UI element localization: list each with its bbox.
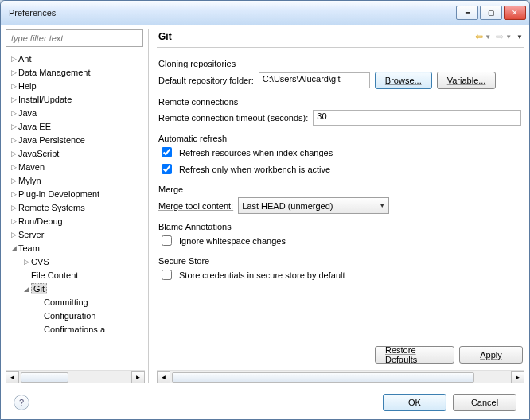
tree-expand-icon[interactable]: ▷ xyxy=(9,231,18,239)
refresh-workbench-checkbox[interactable]: Refresh only when workbench is active xyxy=(158,161,521,177)
tree-expand-icon[interactable]: ▷ xyxy=(9,55,18,63)
tree-item-label: Data Management xyxy=(18,68,91,77)
tree-item-label: Committing xyxy=(44,298,88,307)
page-footer: Restore Defaults Apply xyxy=(157,343,524,367)
tree-item-git[interactable]: ◢Git xyxy=(6,282,145,295)
tree-item-label: Install/Update xyxy=(18,95,72,104)
restore-defaults-button[interactable]: Restore Defaults xyxy=(375,346,454,364)
tree-hscroll[interactable]: ◄ ► xyxy=(6,370,145,383)
tree-item-maven[interactable]: ▷Maven xyxy=(6,160,145,173)
merge-content-label: Merge tool content: xyxy=(158,201,233,211)
tree-expand-icon[interactable]: ▷ xyxy=(9,122,18,130)
tree-item-plug-in-development[interactable]: ▷Plug-in Development xyxy=(6,187,145,200)
apply-button[interactable]: Apply xyxy=(459,346,523,364)
tree-item-help[interactable]: ▷Help xyxy=(6,79,145,92)
back-dropdown-icon[interactable]: ▼ xyxy=(485,33,491,41)
scroll-track[interactable] xyxy=(170,371,511,383)
tree-item-label: Java xyxy=(18,108,37,118)
tree-item-label: CVS xyxy=(31,257,49,266)
right-pane: Git ⇦ ▼ ⇨ ▼ ▼ Cloning repositories Defau… xyxy=(149,29,524,383)
tree-expand-icon[interactable]: ▷ xyxy=(9,109,18,117)
scroll-right-icon[interactable]: ► xyxy=(511,371,524,383)
scroll-left-icon[interactable]: ◄ xyxy=(157,371,170,383)
tree-expand-icon[interactable]: ▷ xyxy=(9,136,18,144)
tree-item-ant[interactable]: ▷Ant xyxy=(6,52,145,65)
tree-item-configuration[interactable]: Configuration xyxy=(6,309,145,322)
window-controls: ━ ▢ ✕ xyxy=(456,6,526,20)
tree-item-label: Run/Debug xyxy=(18,216,63,226)
help-icon[interactable]: ? xyxy=(14,395,29,410)
merge-heading: Merge xyxy=(158,185,521,194)
scroll-track[interactable] xyxy=(19,371,131,383)
tree-item-confirmations-a[interactable]: Confirmations a xyxy=(6,322,145,336)
tree-item-java[interactable]: ▷Java xyxy=(6,106,145,119)
ignore-whitespace-input[interactable] xyxy=(162,235,172,246)
tree-item-data-management[interactable]: ▷Data Management xyxy=(6,65,145,79)
filter-box[interactable] xyxy=(6,29,143,47)
bottom-bar: ? OK Cancel xyxy=(6,387,524,419)
forward-dropdown-icon[interactable]: ▼ xyxy=(505,33,512,41)
tree-expand-icon[interactable]: ▷ xyxy=(9,190,18,198)
tree-item-server[interactable]: ▷Server xyxy=(6,228,145,241)
settings-body: Cloning repositories Default repository … xyxy=(157,48,524,343)
tree-expand-icon[interactable]: ▷ xyxy=(9,217,18,225)
cancel-button[interactable]: Cancel xyxy=(453,394,516,411)
refresh-index-checkbox[interactable]: Refresh resources when index changes xyxy=(158,145,521,160)
tree-item-run-debug[interactable]: ▷Run/Debug xyxy=(6,214,145,228)
timeout-input[interactable]: 30 xyxy=(313,110,521,126)
tree-item-committing[interactable]: Committing xyxy=(6,295,145,309)
tree-expand-icon[interactable]: ▷ xyxy=(21,258,31,266)
preferences-tree[interactable]: ▷Ant▷Data Management▷Help▷Install/Update… xyxy=(6,52,145,370)
ignore-whitespace-checkbox[interactable]: Ignore whitespace changes xyxy=(158,233,521,248)
scroll-right-icon[interactable]: ► xyxy=(131,371,145,383)
tree-item-label: Mylyn xyxy=(18,176,41,185)
ok-button[interactable]: OK xyxy=(383,394,446,411)
tree-item-team[interactable]: ◢Team xyxy=(6,241,145,255)
minimize-button[interactable]: ━ xyxy=(456,6,478,20)
menu-dropdown-icon[interactable]: ▼ xyxy=(516,33,523,41)
tree-item-install-update[interactable]: ▷Install/Update xyxy=(6,92,145,106)
tree-expand-icon[interactable]: ▷ xyxy=(9,82,18,90)
browse-button[interactable]: Browse... xyxy=(375,72,432,89)
tree-expand-icon[interactable]: ▷ xyxy=(9,163,18,171)
tree-item-label: Java EE xyxy=(18,122,51,131)
scroll-thumb[interactable] xyxy=(172,372,474,383)
scroll-left-icon[interactable]: ◄ xyxy=(6,371,19,383)
tree-expand-icon[interactable]: ◢ xyxy=(9,244,18,252)
tree-expand-icon[interactable]: ▷ xyxy=(9,177,18,185)
tree-item-label: Ant xyxy=(18,54,32,64)
tree-item-cvs[interactable]: ▷CVS xyxy=(6,255,145,268)
filter-input[interactable] xyxy=(10,33,139,44)
refresh-index-input[interactable] xyxy=(162,147,172,158)
settings-hscroll[interactable]: ◄ ► xyxy=(157,370,524,383)
maximize-button[interactable]: ▢ xyxy=(480,6,502,20)
tree-item-javascript[interactable]: ▷JavaScript xyxy=(6,146,145,160)
store-credentials-input[interactable] xyxy=(162,270,172,280)
merge-content-select[interactable]: Last HEAD (unmerged) ▼ xyxy=(238,197,389,214)
tree-item-java-persistence[interactable]: ▷Java Persistence xyxy=(6,133,145,146)
tree-expand-icon[interactable]: ▷ xyxy=(9,68,18,76)
tree-expand-icon[interactable]: ◢ xyxy=(21,285,31,293)
tree-item-file-content[interactable]: File Content xyxy=(6,268,145,282)
titlebar[interactable]: Preferences ━ ▢ ✕ xyxy=(1,1,529,25)
tree-expand-icon[interactable]: ▷ xyxy=(9,204,18,212)
tree-item-remote-systems[interactable]: ▷Remote Systems xyxy=(6,200,145,214)
tree-expand-icon[interactable]: ▷ xyxy=(9,150,18,158)
tree-item-label: Remote Systems xyxy=(18,203,85,212)
store-credentials-checkbox[interactable]: Store credentials in secure store by def… xyxy=(158,267,521,282)
tree-item-java-ee[interactable]: ▷Java EE xyxy=(6,119,145,133)
tree-item-label: JavaScript xyxy=(18,149,59,158)
variable-button[interactable]: Variable... xyxy=(437,72,497,89)
page-title: Git xyxy=(158,31,475,42)
back-icon[interactable]: ⇦ xyxy=(475,31,483,42)
close-button[interactable]: ✕ xyxy=(504,6,526,20)
content-area: ▷Ant▷Data Management▷Help▷Install/Update… xyxy=(1,25,529,419)
forward-icon[interactable]: ⇨ xyxy=(496,31,504,42)
refresh-workbench-input[interactable] xyxy=(162,164,172,174)
tree-item-label: Maven xyxy=(18,162,45,172)
tree-expand-icon[interactable]: ▷ xyxy=(9,95,18,103)
scroll-thumb[interactable] xyxy=(21,372,68,383)
tree-item-mylyn[interactable]: ▷Mylyn xyxy=(6,173,145,187)
tree-item-label: Help xyxy=(18,81,37,91)
default-folder-input[interactable]: C:\Users\Alucard\git xyxy=(259,72,370,88)
